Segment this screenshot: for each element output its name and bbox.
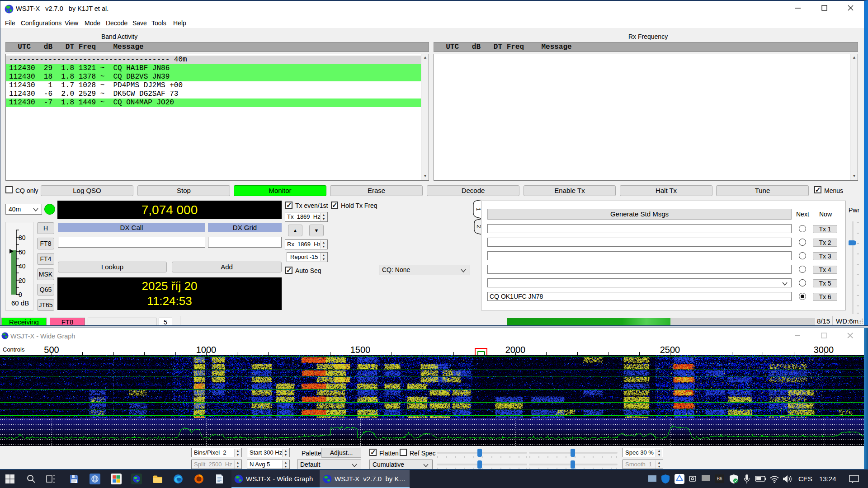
svg-text:1: 1 (475, 208, 481, 211)
